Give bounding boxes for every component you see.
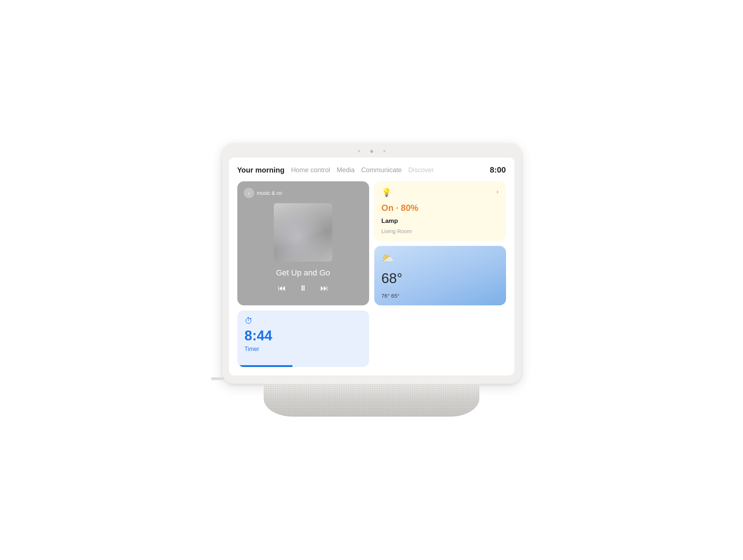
speaker-fabric (264, 384, 479, 417)
lamp-bulb-icon: 💡 (382, 188, 391, 197)
speaker-base (264, 384, 479, 417)
music-app-icon: ♪ (244, 188, 254, 198)
weather-card[interactable]: ⛅ 68° 76° 65° (374, 246, 506, 305)
timer-progress-bar (237, 365, 293, 367)
device-wrapper: Your morning Home control Media Communic… (222, 143, 521, 417)
music-card[interactable]: ♪ music & co Get Up and Go ⏮ ⏸ ⏭ (237, 181, 369, 305)
timer-card[interactable]: ⏱ 8:44 Timer (237, 310, 369, 367)
lamp-status: On · 80% (382, 203, 499, 213)
weather-icon-row: ⛅ (382, 252, 499, 264)
nav-media[interactable]: Media (337, 166, 361, 174)
music-controls: ⏮ ⏸ ⏭ (244, 284, 363, 292)
lamp-chevron-icon[interactable]: › (497, 188, 499, 196)
camera-row (229, 150, 515, 153)
music-source-label: music & co (257, 190, 282, 196)
weather-icon: ⛅ (382, 252, 394, 264)
music-title: Get Up and Go (244, 268, 363, 278)
nav-home-control[interactable]: Home control (291, 166, 337, 174)
camera-dot-right (383, 150, 386, 152)
camera-dot-left (358, 150, 360, 152)
camera-dot-center (370, 150, 373, 153)
lamp-name: Lamp (382, 217, 499, 225)
content-grid: ♪ music & co Get Up and Go ⏮ ⏸ ⏭ (237, 181, 506, 367)
music-prev-button[interactable]: ⏮ (278, 284, 286, 292)
album-art-inner (274, 203, 332, 262)
nav-communicate[interactable]: Communicate (361, 166, 408, 174)
nav-discover[interactable]: Discover (408, 166, 440, 174)
power-cable (211, 377, 224, 380)
album-art (274, 203, 332, 262)
device-base (264, 384, 479, 417)
timer-icon: ⏱ (245, 316, 362, 326)
weather-temperature: 68° (382, 271, 499, 286)
nav-bar: Your morning Home control Media Communic… (237, 165, 506, 175)
timer-label: Timer (245, 346, 362, 352)
device-body: Your morning Home control Media Communic… (222, 143, 521, 384)
timer-time: 8:44 (245, 328, 362, 344)
current-time: 8:00 (490, 165, 506, 175)
lamp-header: 💡 › (382, 188, 499, 197)
screen: Your morning Home control Media Communic… (229, 157, 515, 376)
weather-range: 76° 65° (382, 293, 499, 299)
nav-your-morning[interactable]: Your morning (237, 166, 291, 174)
music-pause-button[interactable]: ⏸ (299, 284, 307, 292)
music-source: ♪ music & co (244, 188, 282, 198)
lamp-room: Living Room (382, 228, 499, 234)
music-next-button[interactable]: ⏭ (320, 284, 328, 292)
lamp-card[interactable]: 💡 › On · 80% Lamp Living Room (374, 181, 506, 241)
